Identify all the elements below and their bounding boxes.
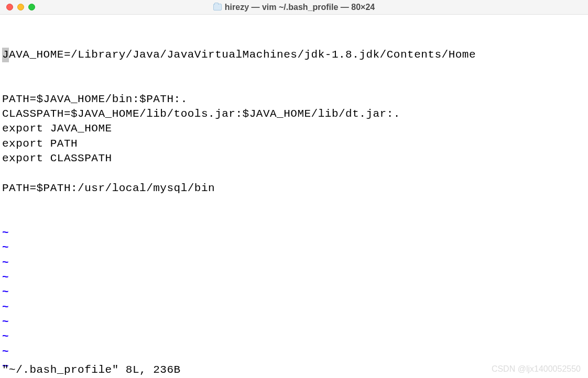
empty-line-tilde: ~ [2, 300, 586, 315]
file-line: export PATH [2, 137, 586, 151]
traffic-lights [0, 4, 35, 10]
terminal-content[interactable]: JAVA_HOME=/Library/Java/JavaVirtualMachi… [0, 15, 588, 378]
empty-line-tilde: ~ [2, 315, 586, 329]
empty-line-tilde: ~ [2, 344, 586, 359]
file-line: PATH=$JAVA_HOME/bin:$PATH:. [2, 92, 586, 107]
window-titlebar: hirezy — vim ~/.bash_profile — 80×24 [0, 0, 588, 15]
empty-line-tilde: ~ [2, 270, 586, 285]
window-title-wrap: hirezy — vim ~/.bash_profile — 80×24 [0, 3, 588, 12]
file-line: CLASSPATH=$JAVA_HOME/lib/tools.jar:$JAVA… [2, 107, 586, 121]
file-line: export CLASSPATH [2, 151, 586, 166]
empty-line-tilde: ~ [2, 329, 586, 344]
empty-line-tilde: ~ [2, 240, 586, 255]
line-text: AVA_HOME=/Library/Java/JavaVirtualMachin… [9, 49, 476, 61]
file-line: export JAVA_HOME [2, 121, 586, 136]
empty-line-tilde: ~ [2, 285, 586, 299]
close-button[interactable] [6, 4, 13, 10]
file-line: PATH=$PATH:/usr/local/mysql/bin [2, 181, 586, 196]
file-line [2, 166, 586, 181]
cursor: J [2, 48, 9, 62]
file-line-1: JAVA_HOME=/Library/Java/JavaVirtualMachi… [2, 48, 586, 62]
watermark: CSDN @ljx1400052550 [492, 364, 581, 374]
maximize-button[interactable] [28, 4, 35, 10]
empty-line-tilde: ~ [2, 226, 586, 240]
window-title: hirezy — vim ~/.bash_profile — 80×24 [225, 3, 375, 12]
folder-icon [213, 4, 222, 10]
empty-line-tilde: ~ [2, 255, 586, 270]
minimize-button[interactable] [17, 4, 24, 10]
vim-status-line: "~/.bash_profile" 8L, 236B [2, 364, 181, 376]
